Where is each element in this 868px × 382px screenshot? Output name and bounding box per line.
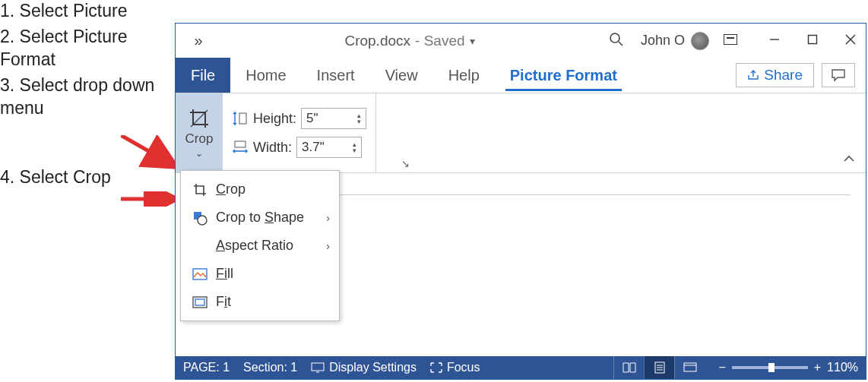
zoom-control: − + 110% (718, 361, 858, 374)
menu-item-fit[interactable]: Fit (181, 288, 339, 316)
focus-icon (430, 362, 442, 373)
svg-rect-5 (727, 37, 734, 39)
svg-rect-24 (684, 363, 696, 371)
chevron-down-icon[interactable]: ⌄ (195, 148, 203, 159)
svg-rect-12 (235, 141, 246, 147)
share-icon (747, 69, 759, 81)
blank-icon (192, 238, 208, 254)
print-layout-button[interactable] (644, 356, 674, 379)
tab-help[interactable]: Help (433, 58, 495, 93)
tab-insert[interactable]: Insert (302, 58, 370, 93)
arrow-annotation-4 (121, 191, 182, 207)
word-window: » Crop.docx - Saved ▾ John O File Home I… (175, 23, 866, 380)
crop-to-shape-icon (192, 210, 208, 226)
window-controls (767, 34, 858, 48)
crop-icon (188, 107, 211, 130)
instruction-3: 3. Select drop down menu (0, 74, 170, 120)
menu-label: Fit (216, 294, 231, 310)
instruction-2: 2. Select Picture Format (0, 26, 170, 71)
monitor-icon (311, 362, 325, 373)
doc-name: Crop.docx (344, 33, 410, 49)
svg-rect-15 (193, 269, 207, 279)
display-settings-button[interactable]: Display Settings (311, 361, 417, 374)
height-value: 5" (306, 111, 318, 126)
crop-label: Crop (185, 131, 214, 147)
svg-rect-4 (724, 34, 737, 44)
width-label: Width: (253, 140, 292, 156)
size-group: Height: 5" ▴▾ Width: 3.7" ▴▾ (223, 93, 376, 172)
spinner-icon[interactable]: ▴▾ (357, 112, 361, 125)
width-value: 3.7" (302, 140, 325, 155)
width-icon (232, 140, 249, 155)
svg-point-2 (610, 33, 619, 43)
height-label: Height: (253, 111, 296, 127)
instruction-1: 1. Select Picture (0, 0, 170, 23)
view-mode-buttons (613, 356, 705, 379)
svg-rect-11 (239, 113, 246, 124)
collapse-ribbon-icon[interactable] (843, 153, 855, 165)
menu-item-crop-to-shape[interactable]: Crop to Shape › (181, 204, 339, 232)
spinner-icon[interactable]: ▴▾ (353, 141, 356, 153)
fill-icon (192, 267, 208, 282)
tab-file[interactable]: File (176, 58, 230, 93)
tab-picture-format[interactable]: Picture Format (495, 58, 632, 93)
crop-dropdown-menu: Crop Crop to Shape › Aspect Ratio › Fill… (180, 170, 340, 321)
chevron-down-icon[interactable]: ▾ (470, 35, 475, 47)
submenu-arrow-icon: › (326, 240, 330, 252)
svg-line-3 (619, 42, 622, 46)
share-label: Share (764, 67, 803, 84)
menu-item-crop[interactable]: Crop (181, 175, 339, 204)
menu-label: Fill (216, 266, 233, 282)
tab-home[interactable]: Home (230, 58, 301, 93)
focus-button[interactable]: Focus (430, 361, 480, 374)
zoom-out-button[interactable]: − (718, 361, 725, 374)
avatar (691, 32, 709, 50)
titlebar: » Crop.docx - Saved ▾ John O (176, 24, 866, 58)
dialog-launcher-icon[interactable]: ↘ (401, 158, 410, 169)
crop-icon (192, 182, 208, 197)
status-bar: PAGE: 1 Section: 1 Display Settings Focu… (176, 356, 866, 379)
menu-label: Crop (216, 182, 246, 197)
status-page[interactable]: PAGE: 1 (183, 361, 230, 374)
close-icon[interactable] (843, 34, 858, 48)
web-layout-button[interactable] (674, 356, 705, 379)
svg-rect-7 (809, 35, 817, 43)
svg-rect-17 (195, 299, 204, 305)
instructions-panel: 1. Select Picture 2. Select Picture Form… (0, 0, 170, 192)
svg-rect-18 (312, 363, 324, 371)
read-mode-button[interactable] (613, 356, 644, 379)
share-button[interactable]: Share (736, 63, 814, 87)
qat-overflow-icon[interactable]: » (183, 32, 214, 49)
user-name: John O (641, 33, 685, 49)
menu-item-fill[interactable]: Fill (181, 260, 339, 288)
instruction-4: 4. Select Crop (0, 166, 170, 189)
menu-item-aspect-ratio[interactable]: Aspect Ratio › (181, 232, 339, 260)
zoom-slider[interactable] (732, 366, 808, 369)
minimize-icon[interactable] (767, 34, 782, 48)
document-area[interactable]: Crop Crop to Shape › Aspect Ratio › Fill… (176, 173, 866, 356)
user-account[interactable]: John O (641, 32, 709, 50)
fit-icon (192, 295, 208, 310)
save-state: - Saved (415, 33, 464, 49)
focus-label: Focus (447, 361, 480, 374)
ribbon-display-options-icon[interactable] (723, 34, 738, 48)
menu-label: Aspect Ratio (216, 238, 293, 254)
width-input[interactable]: 3.7" ▴▾ (296, 137, 362, 158)
ribbon: Crop ⌄ Height: 5" ▴▾ Width: 3.7" ▴▾ ↘ (176, 93, 866, 173)
menu-label: Crop to Shape (216, 210, 304, 226)
document-title[interactable]: Crop.docx - Saved ▾ (227, 33, 592, 49)
maximize-icon[interactable] (805, 34, 820, 48)
comment-icon (831, 68, 846, 82)
comments-button[interactable] (822, 63, 855, 87)
search-icon[interactable] (606, 32, 627, 50)
tab-view[interactable]: View (370, 58, 433, 93)
display-settings-label: Display Settings (329, 361, 417, 374)
height-input[interactable]: 5" ▴▾ (301, 108, 366, 129)
status-section[interactable]: Section: 1 (243, 361, 297, 374)
height-icon (232, 111, 249, 126)
zoom-level[interactable]: 110% (827, 361, 858, 374)
crop-split-button[interactable]: Crop ⌄ (176, 93, 223, 172)
submenu-arrow-icon: › (326, 212, 330, 224)
zoom-in-button[interactable]: + (814, 361, 821, 374)
svg-point-14 (198, 216, 207, 225)
